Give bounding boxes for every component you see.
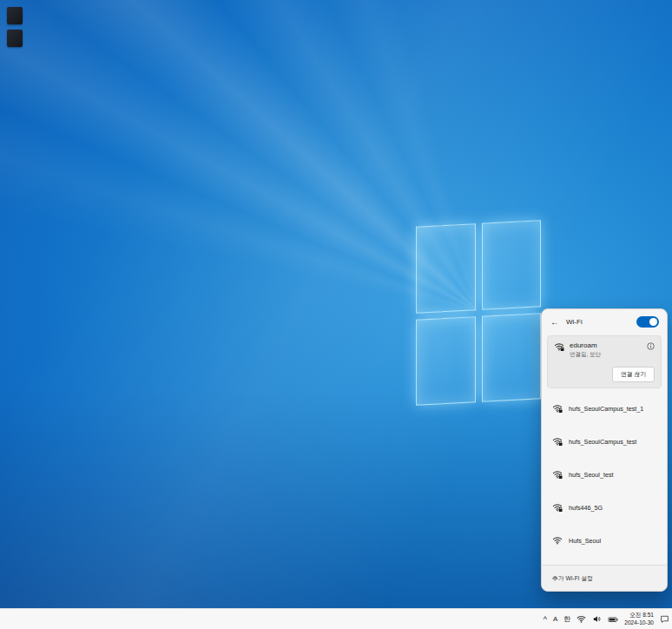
wifi-network-item[interactable]: hufs446_5G xyxy=(542,491,667,524)
back-arrow-icon[interactable]: ← xyxy=(550,317,559,328)
connected-network-card[interactable]: eduroam 연결됨, 보안 연결 끊기 xyxy=(547,335,662,388)
windows-logo-pane xyxy=(416,316,476,406)
windows-logo-pane xyxy=(482,313,542,402)
tray-battery-button[interactable] xyxy=(608,614,618,625)
taskbar: ^ A 한 오전 8:51 20 xyxy=(0,608,672,629)
wifi-network-name: Hufs_Seoul xyxy=(569,537,601,545)
clock-date: 2024-10-30 xyxy=(624,619,654,626)
system-tray: ^ A 한 오전 8:51 20 xyxy=(544,609,669,629)
windows-logo xyxy=(416,220,541,406)
connected-network-status: 연결됨, 보안 xyxy=(570,351,601,359)
action-center-button[interactable] xyxy=(660,614,669,624)
info-icon xyxy=(647,342,655,350)
wifi-network-name: hufs446_5G xyxy=(569,504,603,512)
wifi-icon xyxy=(576,614,586,624)
disconnect-button[interactable]: 연결 끊기 xyxy=(612,367,655,382)
wifi-panel-title: Wi-Fi xyxy=(566,318,583,326)
wifi-network-item[interactable]: hufs_Seoul_test xyxy=(542,458,667,491)
wifi-network-item[interactable]: hufs_SeoulCampus_test xyxy=(542,425,667,458)
ime-english-indicator[interactable]: A xyxy=(553,615,557,624)
battery-icon xyxy=(608,614,618,625)
wifi-network-list: hufs_SeoulCampus_test_1 hufs_SeoulCampus… xyxy=(542,390,667,565)
wifi-network-name: hufs_SeoulCampus_test_1 xyxy=(569,405,643,413)
connected-network-text: eduroam 연결됨, 보안 xyxy=(570,341,601,359)
wifi-icon xyxy=(552,535,563,546)
taskbar-clock[interactable]: 오전 8:51 2024-10-30 xyxy=(624,612,654,626)
wifi-panel-header: ← Wi-Fi xyxy=(542,309,667,332)
wifi-secured-icon xyxy=(552,469,563,480)
network-properties-button[interactable] xyxy=(646,341,655,350)
hidden-icons-chevron[interactable]: ^ xyxy=(544,615,547,624)
desktop-shortcut-icon[interactable] xyxy=(7,30,23,47)
ime-korean-indicator[interactable]: 한 xyxy=(563,615,570,624)
connected-network-name: eduroam xyxy=(570,341,601,349)
tray-wifi-button[interactable] xyxy=(576,614,586,624)
more-wifi-settings-link[interactable]: 추가 Wi-Fi 설정 xyxy=(542,565,667,591)
wifi-secured-icon xyxy=(554,341,564,352)
more-wifi-settings-label: 추가 Wi-Fi 설정 xyxy=(552,574,593,583)
wifi-toggle[interactable] xyxy=(636,316,659,328)
disconnect-button-row: 연결 끊기 xyxy=(554,367,655,382)
wifi-secured-icon xyxy=(552,403,563,414)
clock-time: 오전 8:51 xyxy=(624,612,654,619)
wifi-network-item[interactable]: Hufs_Seoul xyxy=(542,524,667,557)
desktop-shortcut-icon[interactable] xyxy=(7,7,23,24)
wifi-network-item[interactable]: hufs_SeoulCampus_test_1 xyxy=(542,392,667,425)
windows-logo-pane xyxy=(416,223,476,313)
wifi-network-name: hufs_SeoulCampus_test xyxy=(569,438,636,446)
action-center-icon xyxy=(660,614,669,624)
wifi-toggle-knob xyxy=(649,318,657,326)
tray-volume-button[interactable] xyxy=(592,614,602,624)
windows-logo-pane xyxy=(482,220,542,309)
wifi-secured-icon xyxy=(552,436,563,447)
wifi-secured-icon xyxy=(552,502,563,513)
wifi-flyout-panel: ← Wi-Fi eduroam 연결됨, 보안 xyxy=(541,308,668,592)
connected-network-row: eduroam 연결됨, 보안 xyxy=(554,341,655,359)
volume-icon xyxy=(592,614,602,624)
wifi-network-name: hufs_Seoul_test xyxy=(569,471,614,479)
